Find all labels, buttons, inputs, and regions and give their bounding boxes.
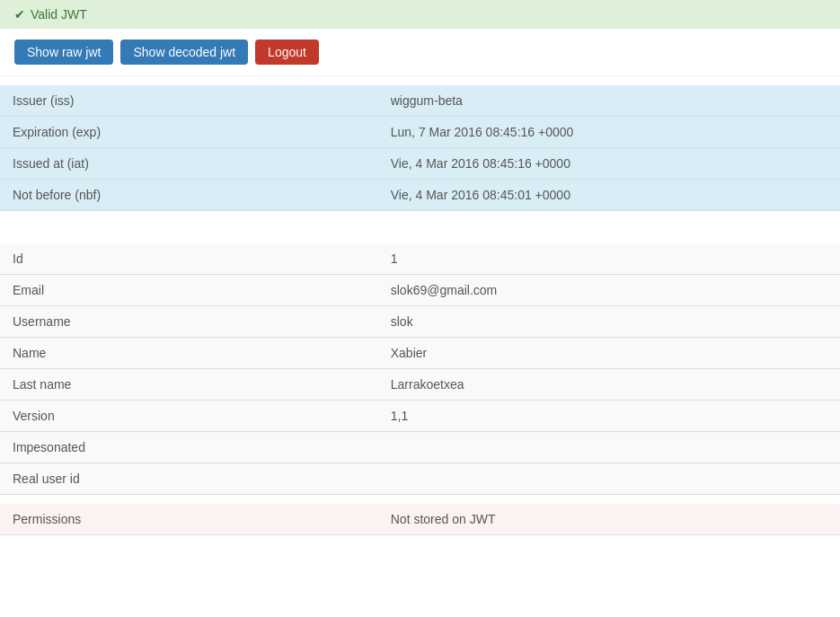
row-label: Email (0, 275, 378, 306)
permissions-section: Permissions Not stored on JWT (0, 504, 840, 535)
table-row: Last name Larrakoetxea (0, 369, 840, 401)
show-raw-jwt-button[interactable]: Show raw jwt (14, 40, 113, 65)
row-value: 1,1 (378, 401, 840, 432)
row-label: Not before (nbf) (0, 180, 378, 211)
row-value (378, 432, 840, 463)
jwt-table: Issuer (iss) wiggum-beta Expiration (exp… (0, 85, 840, 211)
row-value: Larrakoetxea (378, 369, 840, 401)
table-row: Issuer (iss) wiggum-beta (0, 85, 840, 117)
table-row: Expiration (exp) Lun, 7 Mar 2016 08:45:1… (0, 117, 840, 148)
row-label: Impesonated (0, 432, 378, 463)
row-value: Lun, 7 Mar 2016 08:45:16 +0000 (378, 117, 840, 148)
table-row: Id 1 (0, 243, 840, 275)
row-value: Vie, 4 Mar 2016 08:45:16 +0000 (378, 148, 840, 180)
table-row: Username slok (0, 306, 840, 338)
row-value: Vie, 4 Mar 2016 08:45:01 +0000 (378, 180, 840, 211)
row-label: Version (0, 401, 378, 432)
row-label: Expiration (exp) (0, 117, 378, 148)
row-label: Real user id (0, 463, 378, 495)
row-value: slok69@gmail.com (378, 275, 840, 306)
table-row: Permissions Not stored on JWT (0, 504, 840, 535)
row-value (378, 463, 840, 495)
table-row: Real user id (0, 463, 840, 495)
table-row: Email slok69@gmail.com (0, 275, 840, 306)
row-value: wiggum-beta (378, 85, 840, 117)
jwt-info-section: Issuer (iss) wiggum-beta Expiration (exp… (0, 85, 840, 211)
row-label: Last name (0, 369, 378, 401)
user-table: Id 1 Email slok69@gmail.com Username slo… (0, 243, 840, 495)
row-value: 1 (378, 243, 840, 275)
toolbar: Show raw jwt Show decoded jwt Logout (0, 29, 840, 76)
row-value: Xabier (378, 338, 840, 369)
table-row: Name Xabier (0, 338, 840, 369)
user-info-section: Id 1 Email slok69@gmail.com Username slo… (0, 243, 840, 495)
checkmark-icon: ✔ (14, 7, 25, 22)
permissions-table: Permissions Not stored on JWT (0, 504, 840, 535)
row-label: Username (0, 306, 378, 338)
table-row: Version 1,1 (0, 401, 840, 432)
table-row: Impesonated (0, 432, 840, 463)
row-label: Permissions (0, 504, 378, 535)
table-row: Not before (nbf) Vie, 4 Mar 2016 08:45:0… (0, 180, 840, 211)
row-value: slok (378, 306, 840, 338)
row-label: Id (0, 243, 378, 275)
row-label: Issued at (iat) (0, 148, 378, 180)
row-value: Not stored on JWT (378, 504, 840, 535)
valid-jwt-banner: ✔ Valid JWT (0, 0, 840, 29)
logout-button[interactable]: Logout (255, 40, 319, 65)
valid-jwt-text: Valid JWT (31, 7, 87, 22)
row-label: Issuer (iss) (0, 85, 378, 117)
row-label: Name (0, 338, 378, 369)
table-row: Issued at (iat) Vie, 4 Mar 2016 08:45:16… (0, 148, 840, 180)
show-decoded-jwt-button[interactable]: Show decoded jwt (120, 40, 248, 65)
